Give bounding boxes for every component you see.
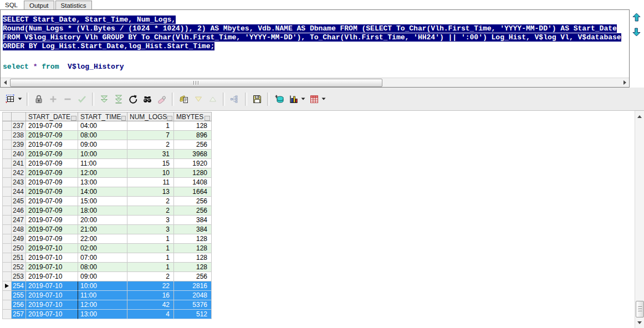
horizontal-scrollbar-thumb[interactable] xyxy=(10,79,382,87)
data-cell[interactable]: 2 xyxy=(127,140,174,150)
data-cell[interactable]: 1664 xyxy=(174,187,212,197)
data-cell[interactable]: 02:00 xyxy=(78,244,127,253)
data-cell[interactable]: 2 xyxy=(127,206,174,216)
data-cell[interactable]: 128 xyxy=(174,253,212,263)
data-cell[interactable]: 256 xyxy=(174,197,212,206)
data-cell[interactable]: 384 xyxy=(174,225,212,234)
data-cell[interactable]: 14:00 xyxy=(78,187,127,197)
table-row[interactable]: 2552019-07-1011:00162048 xyxy=(2,291,212,300)
next-statement-button[interactable] xyxy=(631,28,643,39)
data-cell[interactable]: 3 xyxy=(127,216,174,225)
scroll-down-button[interactable] xyxy=(635,318,644,327)
data-cell[interactable]: 128 xyxy=(174,263,212,272)
data-cell[interactable]: 12:00 xyxy=(78,300,127,310)
data-cell[interactable]: 13 xyxy=(127,187,174,197)
table-row[interactable]: 2492019-07-0922:001128 xyxy=(2,234,212,244)
data-cell[interactable]: 2019-07-09 xyxy=(26,216,78,225)
data-cell[interactable]: 15:00 xyxy=(78,197,127,206)
table-row[interactable]: 2502019-07-1002:001128 xyxy=(2,244,212,253)
data-cell[interactable]: 11:00 xyxy=(78,291,127,300)
data-cell[interactable]: 1 xyxy=(127,244,174,253)
data-cell[interactable]: 2019-07-10 xyxy=(26,272,78,281)
data-cell[interactable]: 1280 xyxy=(174,168,212,178)
table-row[interactable]: 2472019-07-0920:003384 xyxy=(2,216,212,225)
data-cell[interactable]: 2019-07-09 xyxy=(26,140,78,150)
editor-horizontal-scrollbar[interactable] xyxy=(1,78,629,87)
data-cell[interactable]: 2 xyxy=(127,197,174,206)
data-cell[interactable]: 1 xyxy=(127,121,174,131)
data-cell[interactable]: 2019-07-09 xyxy=(26,121,78,131)
data-cell[interactable]: 10 xyxy=(127,168,174,178)
dropdown-caret-icon[interactable] xyxy=(301,98,305,100)
table-row[interactable]: 2562019-07-1012:00425376 xyxy=(2,300,212,310)
fetch-all-button[interactable] xyxy=(111,92,126,106)
table-row[interactable]: 2382019-07-0908:007896 xyxy=(2,131,212,140)
data-cell[interactable]: 15 xyxy=(127,159,174,168)
data-cell[interactable]: 2 xyxy=(127,272,174,281)
data-cell[interactable]: 2019-07-10 xyxy=(26,244,78,253)
table-row[interactable]: 2372019-07-0904:001128 xyxy=(2,121,212,131)
data-cell[interactable]: 09:00 xyxy=(78,272,127,281)
tab-sql[interactable]: SQL xyxy=(0,0,23,9)
data-cell[interactable]: 21:00 xyxy=(78,225,127,234)
data-cell[interactable]: 42 xyxy=(127,300,174,310)
table-row[interactable]: 2482019-07-0921:003384 xyxy=(2,225,212,234)
table-row[interactable]: 2542019-07-1010:00222816 xyxy=(2,281,212,291)
fetch-next-page-button[interactable] xyxy=(97,92,111,106)
find-button[interactable] xyxy=(140,92,155,106)
data-cell[interactable]: 2019-07-10 xyxy=(26,310,78,319)
data-cell[interactable]: 2019-07-10 xyxy=(26,263,78,272)
previous-statement-button[interactable] xyxy=(631,13,643,24)
data-cell[interactable]: 128 xyxy=(174,121,212,131)
data-cell[interactable]: 1920 xyxy=(174,159,212,168)
column-header-start_time[interactable]: START_TIME xyxy=(78,112,127,121)
table-row[interactable]: 2572019-07-1013:004512 xyxy=(2,310,212,319)
table-row[interactable]: 2532019-07-1009:002256 xyxy=(2,272,212,281)
data-cell[interactable]: 2048 xyxy=(174,291,212,300)
grid-options-button[interactable] xyxy=(3,92,24,106)
table-row[interactable]: 2392019-07-0909:002256 xyxy=(2,140,212,150)
data-cell[interactable]: 2019-07-09 xyxy=(26,206,78,216)
data-cell[interactable]: 2816 xyxy=(174,281,212,291)
scroll-right-button[interactable] xyxy=(620,78,629,87)
data-cell[interactable]: 13:00 xyxy=(78,310,127,319)
export-dataset-button[interactable] xyxy=(177,92,191,106)
data-cell[interactable]: 04:00 xyxy=(78,121,127,131)
print-dataset-button[interactable] xyxy=(272,92,287,106)
data-cell[interactable]: 1 xyxy=(127,263,174,272)
data-cell[interactable]: 2019-07-09 xyxy=(26,197,78,206)
data-cell[interactable]: 3968 xyxy=(174,150,212,159)
data-cell[interactable]: 2019-07-10 xyxy=(26,300,78,310)
data-cell[interactable]: 1408 xyxy=(174,178,212,187)
pivot-grid-button[interactable] xyxy=(307,92,328,106)
table-row[interactable]: 2442019-07-0914:00131664 xyxy=(2,187,212,197)
data-cell[interactable]: 22:00 xyxy=(78,234,127,244)
data-cell[interactable]: 2019-07-09 xyxy=(26,225,78,234)
refresh-button[interactable] xyxy=(126,92,140,106)
data-cell[interactable]: 10:00 xyxy=(78,150,127,159)
data-cell[interactable]: 4 xyxy=(127,310,174,319)
table-row[interactable]: 2412019-07-0911:00151920 xyxy=(2,159,212,168)
data-grid[interactable]: START_DATESTART_TIMENUM_LOGSMBYTES 23720… xyxy=(0,111,635,328)
data-cell[interactable]: 2019-07-09 xyxy=(26,178,78,187)
table-row[interactable]: 2462019-07-0918:002256 xyxy=(2,206,212,216)
data-cell[interactable]: 2019-07-09 xyxy=(26,168,78,178)
data-cell[interactable]: 08:00 xyxy=(78,263,127,272)
data-cell[interactable]: 08:00 xyxy=(78,131,127,140)
data-cell[interactable]: 256 xyxy=(174,206,212,216)
data-cell[interactable]: 512 xyxy=(174,310,212,319)
data-cell[interactable]: 07:00 xyxy=(78,253,127,263)
tab-statistics[interactable]: Statistics xyxy=(55,1,92,9)
data-cell[interactable]: 896 xyxy=(174,131,212,140)
data-cell[interactable]: 3 xyxy=(127,225,174,234)
table-row[interactable]: 2432019-07-0913:00111408 xyxy=(2,178,212,187)
data-cell[interactable]: 20:00 xyxy=(78,216,127,225)
vertical-scrollbar-thumb[interactable] xyxy=(636,301,644,317)
column-header-start_date[interactable]: START_DATE xyxy=(26,112,78,121)
data-cell[interactable]: 16 xyxy=(127,291,174,300)
scroll-left-button[interactable] xyxy=(1,78,9,87)
dropdown-caret-icon[interactable] xyxy=(18,98,22,100)
data-cell[interactable]: 2019-07-09 xyxy=(26,187,78,197)
data-cell[interactable]: 22 xyxy=(127,281,174,291)
table-row[interactable]: 2512019-07-1007:001128 xyxy=(2,253,212,263)
